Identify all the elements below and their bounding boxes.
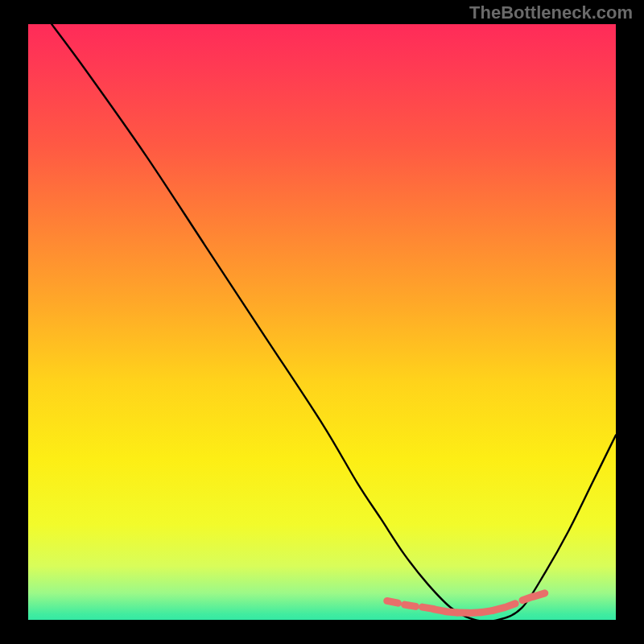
highlight-dot: [534, 593, 544, 597]
highlight-dot: [505, 604, 515, 608]
chart-svg: [28, 24, 616, 620]
plot-area: [28, 24, 616, 620]
attribution-text: TheBottleneck.com: [469, 2, 633, 23]
optimal-range-dots: [387, 593, 545, 613]
bottleneck-curve: [52, 24, 616, 620]
highlight-dot: [387, 601, 398, 603]
highlight-dot: [405, 605, 416, 606]
